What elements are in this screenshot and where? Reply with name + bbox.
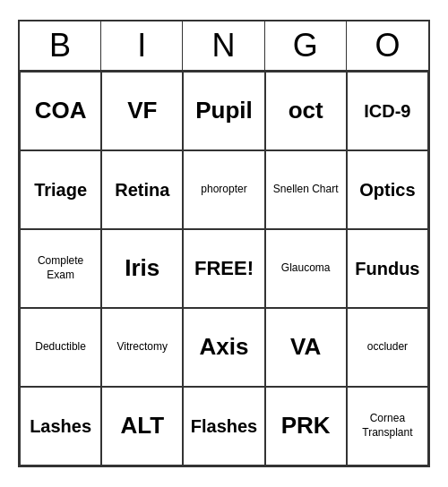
bingo-header: BINGO — [20, 21, 428, 72]
bingo-grid: COAVFPupiloctICD-9TriageRetinaphoropterS… — [20, 72, 428, 466]
header-letter: G — [265, 21, 347, 70]
bingo-cell-4: ICD-9 — [347, 72, 428, 150]
bingo-cell-15: Deductible — [20, 308, 101, 387]
bingo-cell-24: Cornea Transplant — [347, 387, 428, 466]
header-letter: O — [347, 21, 428, 70]
bingo-cell-6: Retina — [101, 150, 183, 229]
bingo-cell-18: VA — [265, 308, 347, 387]
bingo-cell-1: VF — [101, 72, 183, 150]
bingo-cell-19: occluder — [347, 308, 428, 387]
bingo-cell-23: PRK — [265, 387, 347, 466]
bingo-cell-14: Fundus — [347, 229, 428, 308]
bingo-cell-7: phoropter — [183, 150, 264, 229]
bingo-cell-8: Snellen Chart — [265, 150, 347, 229]
bingo-cell-9: Optics — [347, 150, 428, 229]
bingo-cell-2: Pupil — [183, 72, 264, 150]
bingo-cell-20: Lashes — [20, 387, 101, 466]
bingo-cell-17: Axis — [183, 308, 264, 387]
bingo-cell-0: COA — [20, 72, 101, 150]
bingo-cell-10: Complete Exam — [20, 229, 101, 308]
bingo-cell-21: ALT — [101, 387, 183, 466]
bingo-cell-3: oct — [265, 72, 347, 150]
bingo-cell-22: Flashes — [183, 387, 264, 466]
bingo-cell-16: Vitrectomy — [101, 308, 183, 387]
bingo-cell-12: FREE! — [183, 229, 264, 308]
bingo-cell-11: Iris — [101, 229, 183, 308]
header-letter: N — [183, 21, 264, 70]
bingo-cell-13: Glaucoma — [265, 229, 347, 308]
bingo-cell-5: Triage — [20, 150, 101, 229]
header-letter: I — [101, 21, 183, 70]
header-letter: B — [20, 21, 101, 70]
bingo-card: BINGO COAVFPupiloctICD-9TriageRetinaphor… — [18, 20, 430, 467]
